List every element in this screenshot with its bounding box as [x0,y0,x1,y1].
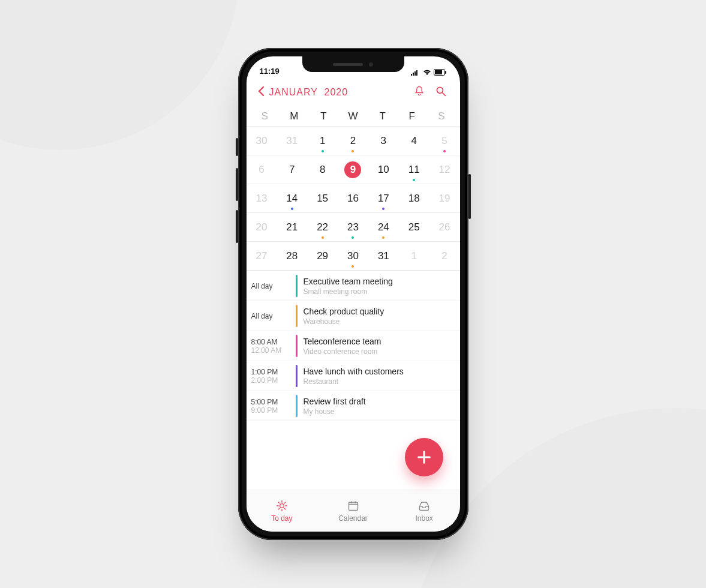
day-cell[interactable]: 20 [247,213,277,241]
day-cell[interactable]: 18 [399,184,429,212]
day-cell[interactable]: 15 [307,184,338,212]
day-number: 2 [436,248,453,265]
weekday-label: S [426,110,456,122]
event-row[interactable]: All dayCheck product qualityWarehouse [247,301,460,331]
day-cell[interactable]: 5 [429,127,460,155]
day-number: 27 [253,248,270,265]
event-start-time: 5:00 PM [251,398,291,406]
svg-line-16 [278,502,280,503]
status-time: 11:19 [260,67,280,76]
day-cell[interactable]: 23 [338,213,368,241]
event-body: Executive team meetingSmall meeting room [298,271,460,301]
day-cell[interactable]: 1 [399,242,429,270]
year-label: 2020 [325,87,349,97]
day-cell[interactable]: 11 [399,155,429,184]
day-cell[interactable]: 17 [368,184,399,212]
event-body: Teleconference teamVideo conference room [298,331,460,361]
day-cell[interactable]: 29 [307,242,338,270]
tab-inbox[interactable]: Inbox [389,490,460,532]
day-cell[interactable]: 16 [338,184,368,212]
day-cell[interactable]: 31 [368,242,399,270]
event-title: Have lunch with customers [304,367,454,376]
day-cell[interactable]: 22 [307,213,338,241]
day-cell[interactable]: 3 [368,127,399,155]
day-number: 7 [284,161,301,178]
svg-rect-20 [349,502,357,510]
tab-today[interactable]: To day [247,490,318,532]
tab-label: Inbox [416,514,433,523]
day-number: 26 [436,219,453,236]
day-number: 31 [375,248,392,265]
event-start-time: 1:00 PM [251,368,291,376]
phone-side-button [236,138,238,156]
day-cell[interactable]: 31 [277,127,307,155]
day-cell[interactable]: 14 [277,184,307,212]
day-number: 30 [253,133,270,149]
event-body: Have lunch with customersRestaurant [298,361,460,391]
day-cell[interactable]: 12 [429,155,460,184]
event-time: All day [247,271,296,301]
day-cell[interactable]: 9 [338,155,368,184]
day-cell[interactable]: 25 [399,213,429,241]
day-number: 5 [436,133,453,149]
day-cell[interactable]: 2 [429,242,460,270]
svg-point-11 [280,503,284,508]
day-cell[interactable]: 7 [277,155,307,184]
notch [302,56,404,72]
day-cell[interactable]: 24 [368,213,399,241]
search-button[interactable] [432,83,449,102]
tab-bar: To day Calendar Inbox [247,490,460,532]
event-time: 5:00 PM9:00 PM [247,391,296,421]
day-number: 18 [405,190,422,207]
day-cell[interactable]: 2 [338,127,368,155]
event-end-time: 2:00 PM [251,376,291,385]
day-cell[interactable]: 6 [247,155,277,184]
day-cell[interactable]: 28 [277,242,307,270]
month-title[interactable]: JANUARY 2020 [269,87,406,98]
weekday-header: SMTWTFS [247,107,460,126]
day-cell[interactable]: 1 [307,127,338,155]
day-cell[interactable]: 27 [247,242,277,270]
day-cell[interactable]: 19 [429,184,460,212]
event-title: Teleconference team [304,337,454,346]
day-cell[interactable]: 8 [307,155,338,184]
event-dot [382,208,384,210]
weekday-label: T [309,110,338,122]
day-number: 13 [253,190,270,207]
day-cell[interactable]: 26 [429,213,460,241]
svg-rect-5 [435,70,442,74]
day-number: 1 [405,248,422,265]
week-row: 13141516171819 [247,184,460,213]
event-row[interactable]: 8:00 AM12:00 AMTeleconference teamVideo … [247,331,460,361]
event-row[interactable]: 5:00 PM9:00 PMReview first draftMy house [247,391,460,421]
day-cell[interactable]: 21 [277,213,307,241]
svg-line-18 [278,508,280,509]
phone-side-button [236,168,238,201]
event-row[interactable]: All dayExecutive team meetingSmall meeti… [247,271,460,301]
day-cell[interactable]: 30 [247,127,277,155]
notifications-button[interactable] [411,83,428,102]
add-event-button[interactable] [405,438,443,476]
svg-rect-3 [416,70,417,76]
day-number: 30 [344,248,361,265]
event-dot [443,150,446,152]
plus-icon [416,449,432,466]
back-button[interactable] [257,86,265,99]
event-end-time: 12:00 AM [251,346,291,355]
tab-label: Calendar [338,514,368,523]
day-cell[interactable]: 10 [368,155,399,184]
day-number: 17 [375,190,392,207]
event-title: Review first draft [304,397,454,406]
day-cell[interactable]: 13 [247,184,277,212]
day-cell[interactable]: 4 [399,127,429,155]
event-location: My house [304,407,454,416]
chevron-left-icon [257,86,265,97]
calendar-icon [347,500,359,512]
tab-calendar[interactable]: Calendar [317,490,389,532]
event-start-time: All day [251,312,291,320]
event-row[interactable]: 1:00 PM2:00 PMHave lunch with customersR… [247,361,460,391]
day-cell[interactable]: 30 [338,242,368,270]
day-number: 15 [314,190,331,207]
svg-rect-1 [413,73,414,76]
event-dot [352,150,354,152]
